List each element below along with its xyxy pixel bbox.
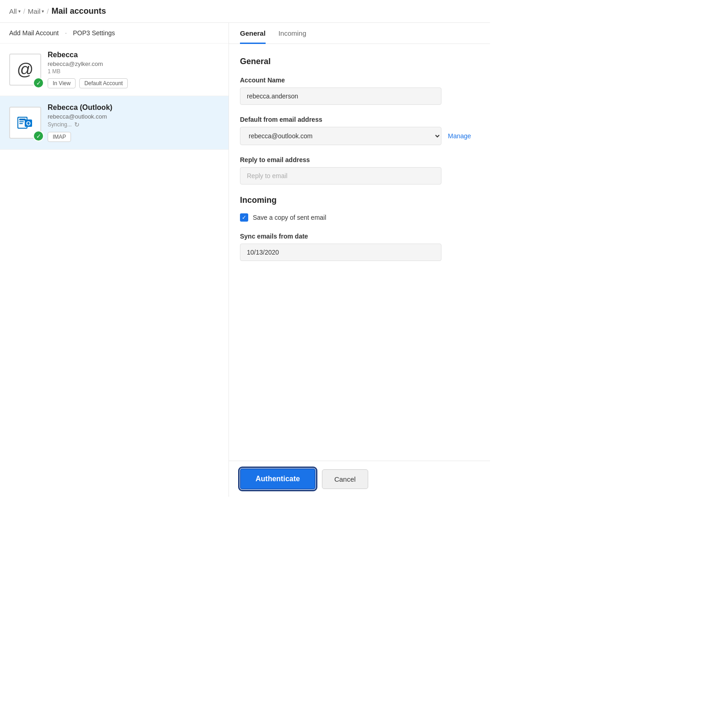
check-badge-zylker: ✓ bbox=[33, 77, 44, 88]
tag-default-account: Default Account bbox=[79, 78, 128, 88]
chevron-down-icon: ▾ bbox=[18, 9, 21, 14]
cancel-button[interactable]: Cancel bbox=[322, 469, 368, 489]
add-mail-account-link[interactable]: Add Mail Account bbox=[9, 29, 59, 37]
breadcrumb-sep-2: / bbox=[47, 7, 49, 15]
sync-from-date-input[interactable] bbox=[240, 244, 441, 261]
save-copy-checkbox[interactable]: ✓ bbox=[240, 213, 248, 222]
tag-in-view: In View bbox=[48, 78, 76, 88]
incoming-section-title: Incoming bbox=[240, 196, 479, 205]
tab-general[interactable]: General bbox=[240, 23, 266, 44]
manage-link[interactable]: Manage bbox=[448, 132, 471, 140]
breadcrumb-mail[interactable]: Mail ▾ bbox=[28, 7, 44, 15]
breadcrumb-current: Mail accounts bbox=[52, 6, 106, 16]
right-content: General Account Name Default from email … bbox=[229, 44, 490, 461]
account-tags-outlook: IMAP bbox=[48, 132, 219, 142]
left-toolbar: Add Mail Account ● POP3 Settings bbox=[0, 23, 229, 43]
general-section-title: General bbox=[240, 57, 479, 66]
breadcrumb-mail-label: Mail bbox=[28, 7, 41, 15]
sync-icon: ↻ bbox=[74, 121, 80, 128]
svg-rect-2 bbox=[19, 119, 26, 120]
sync-from-date-label: Sync emails from date bbox=[240, 233, 479, 240]
save-copy-row: ✓ Save a copy of sent email bbox=[240, 213, 479, 222]
account-name-zylker: Rebecca bbox=[48, 51, 219, 59]
right-panel: General Incoming General Account Name De… bbox=[229, 23, 490, 497]
toolbar-dot: ● bbox=[65, 32, 66, 34]
reply-to-label: Reply to email address bbox=[240, 156, 479, 163]
account-info-zylker: Rebecca rebecca@zylker.com 1 MB In View … bbox=[48, 51, 219, 88]
right-tabs: General Incoming bbox=[229, 23, 490, 44]
reply-to-input[interactable] bbox=[240, 167, 441, 185]
save-copy-label: Save a copy of sent email bbox=[253, 214, 326, 221]
checkmark-icon-outlook: ✓ bbox=[36, 133, 41, 140]
default-from-row: rebecca@outlook.com Manage bbox=[240, 127, 479, 145]
account-item-rebecca-zylker[interactable]: @ ✓ Rebecca rebecca@zylker.com 1 MB In V… bbox=[0, 43, 229, 96]
authenticate-button[interactable]: Authenticate bbox=[240, 468, 316, 489]
account-name-field-group: Account Name bbox=[240, 76, 479, 105]
account-email-zylker: rebecca@zylker.com bbox=[48, 60, 219, 67]
svg-text:O: O bbox=[26, 120, 31, 127]
action-bar: Authenticate Cancel bbox=[229, 461, 490, 497]
svg-rect-4 bbox=[19, 123, 23, 124]
breadcrumb-sep-1: / bbox=[23, 7, 25, 15]
syncing-label: Syncing... bbox=[48, 121, 72, 128]
account-name-outlook: Rebecca (Outlook) bbox=[48, 103, 219, 112]
account-email-outlook: rebecca@outlook.com bbox=[48, 113, 219, 120]
account-avatar-zylker: @ ✓ bbox=[9, 54, 41, 86]
default-from-field-group: Default from email address rebecca@outlo… bbox=[240, 116, 479, 145]
tag-imap: IMAP bbox=[48, 132, 71, 142]
account-name-label: Account Name bbox=[240, 76, 479, 84]
reply-to-field-group: Reply to email address bbox=[240, 156, 479, 185]
account-syncing-status: Syncing... ↻ bbox=[48, 121, 219, 128]
breadcrumb: All ▾ / Mail ▾ / Mail accounts bbox=[0, 0, 490, 23]
main-layout: Add Mail Account ● POP3 Settings @ ✓ Reb… bbox=[0, 23, 490, 497]
breadcrumb-all[interactable]: All ▾ bbox=[9, 7, 21, 15]
breadcrumb-all-label: All bbox=[9, 7, 17, 15]
svg-rect-3 bbox=[19, 121, 24, 122]
at-icon: @ bbox=[17, 60, 34, 79]
left-panel: Add Mail Account ● POP3 Settings @ ✓ Reb… bbox=[0, 23, 229, 497]
check-badge-outlook: ✓ bbox=[33, 130, 44, 141]
default-from-select[interactable]: rebecca@outlook.com bbox=[240, 127, 441, 145]
account-item-rebecca-outlook[interactable]: O ✓ Rebecca (Outlook) rebecca@outlook.co… bbox=[0, 96, 229, 150]
account-avatar-outlook: O ✓ bbox=[9, 107, 41, 139]
account-tags-zylker: In View Default Account bbox=[48, 78, 219, 88]
account-list: @ ✓ Rebecca rebecca@zylker.com 1 MB In V… bbox=[0, 43, 229, 497]
sync-from-date-field-group: Sync emails from date bbox=[240, 233, 479, 261]
chevron-down-icon-2: ▾ bbox=[42, 9, 44, 14]
tab-incoming[interactable]: Incoming bbox=[278, 23, 306, 44]
default-from-label: Default from email address bbox=[240, 116, 479, 123]
pop3-settings-link[interactable]: POP3 Settings bbox=[73, 29, 115, 37]
checkmark-icon: ✓ bbox=[36, 80, 41, 87]
account-size-zylker: 1 MB bbox=[48, 68, 219, 75]
account-info-outlook: Rebecca (Outlook) rebecca@outlook.com Sy… bbox=[48, 103, 219, 142]
checkbox-checkmark: ✓ bbox=[242, 214, 246, 221]
account-name-input[interactable] bbox=[240, 87, 441, 105]
outlook-icon: O bbox=[16, 114, 34, 131]
